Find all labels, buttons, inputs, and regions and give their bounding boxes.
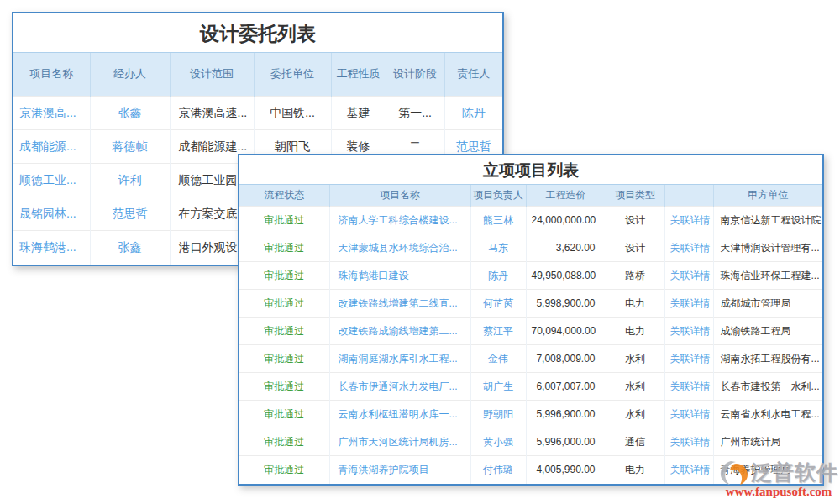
cell-project-name[interactable]: 云南水利枢纽潜明水库一...: [329, 401, 470, 428]
column-header-process-status: 流程状态: [239, 185, 329, 207]
column-header-design-stage: 设计阶段: [386, 53, 444, 97]
cell-party-a-unit: 珠海信业环保工程建...: [713, 262, 822, 290]
column-header-detail-link: [664, 185, 713, 207]
cell-project-leader[interactable]: 黄小强: [470, 428, 526, 456]
cell-project-leader[interactable]: 胡广生: [470, 373, 526, 401]
cell-project-cost: 6,007,007.00: [526, 373, 606, 401]
cell-project-type: 设计: [606, 207, 664, 234]
cell-process-status[interactable]: 审批通过: [239, 456, 329, 484]
cell-project-name[interactable]: 改建铁路成渝线增建第二...: [329, 318, 470, 345]
cell-project-leader[interactable]: 何芷茵: [470, 290, 526, 318]
cell-process-status[interactable]: 审批通过: [239, 428, 329, 456]
project-window-title: 立项项目列表: [239, 155, 822, 184]
cell-project-cost: 7,008,009.00: [526, 345, 606, 373]
column-header-project-type: 项目类型: [606, 185, 664, 207]
table-row: 审批通过珠海鹤港口建设陈丹49,950,088.00路桥关联详情珠海信业环保工程…: [239, 262, 822, 290]
cell-project-cost: 5,996,000.00: [526, 428, 606, 456]
column-header-handler: 经办人: [90, 53, 170, 97]
cell-handler[interactable]: 张鑫: [90, 231, 170, 265]
table-row: 审批通过广州市天河区统计局机房...黄小强5,996,000.00通信关联详情广…: [239, 428, 822, 456]
cell-process-status[interactable]: 审批通过: [239, 373, 329, 401]
cell-responsible-person[interactable]: 陈丹: [444, 97, 502, 130]
cell-design-stage: 第一...: [386, 97, 444, 130]
cell-party-a-unit: 天津博润设计管理有...: [713, 234, 822, 262]
cell-handler[interactable]: 张鑫: [90, 97, 170, 130]
cell-project-name[interactable]: 青海洪湖养护院项目: [329, 456, 470, 484]
column-header-project-cost: 工程造价: [526, 185, 606, 207]
cell-detail-link[interactable]: 关联详情: [664, 373, 713, 401]
cell-project-name[interactable]: 成都能源...: [13, 130, 90, 164]
project-initiation-table: 流程状态项目名称项目负责人工程造价项目类型甲方单位 审批通过济南大学工科综合楼建…: [239, 184, 822, 484]
cell-project-name[interactable]: 珠海鹤港口建设: [329, 262, 470, 290]
cell-process-status[interactable]: 审批通过: [239, 345, 329, 373]
cell-detail-link[interactable]: 关联详情: [664, 456, 713, 484]
cell-handler[interactable]: 许利: [90, 164, 170, 197]
cell-detail-link[interactable]: 关联详情: [664, 262, 713, 290]
cell-project-cost: 3,620.00: [526, 234, 606, 262]
cell-project-name[interactable]: 湖南洞庭湖水库引水工程...: [329, 345, 470, 373]
column-header-client-unit: 委托单位: [254, 53, 331, 97]
cell-project-leader[interactable]: 马东: [470, 234, 526, 262]
cell-project-type: 水利: [606, 401, 664, 428]
cell-project-type: 水利: [606, 373, 664, 401]
cell-project-name[interactable]: 珠海鹤港...: [13, 231, 90, 265]
cell-project-leader[interactable]: 付伟璐: [470, 456, 526, 484]
cell-project-type: 路桥: [606, 262, 664, 290]
cell-handler[interactable]: 蒋德帧: [90, 130, 170, 164]
cell-project-leader[interactable]: 陈丹: [470, 262, 526, 290]
cell-party-a-unit: 云南省水利水电工程...: [713, 401, 822, 428]
fanpu-logo-icon: [719, 460, 749, 486]
cell-project-type: 通信: [606, 428, 664, 456]
cell-project-name[interactable]: 晟铭园林...: [13, 197, 90, 231]
cell-detail-link[interactable]: 关联详情: [664, 234, 713, 262]
cell-detail-link[interactable]: 关联详情: [664, 318, 713, 345]
cell-detail-link[interactable]: 关联详情: [664, 401, 713, 428]
cell-project-name[interactable]: 济南大学工科综合楼建设...: [329, 207, 470, 234]
table-row: 审批通过改建铁路线增建第二线直...何芷茵5,998,900.00电力关联详情成…: [239, 290, 822, 318]
cell-detail-link[interactable]: 关联详情: [664, 428, 713, 456]
design-table-header-row: 项目名称经办人设计范围委托单位工程性质设计阶段责任人: [13, 53, 502, 97]
cell-project-type: 设计: [606, 234, 664, 262]
cell-project-name[interactable]: 广州市天河区统计局机房...: [329, 428, 470, 456]
cell-project-nature: 基建: [331, 97, 386, 130]
cell-project-leader[interactable]: 金伟: [470, 345, 526, 373]
cell-project-leader[interactable]: 蔡江平: [470, 318, 526, 345]
cell-project-cost: 70,094,000.00: [526, 318, 606, 345]
column-header-party-a-unit: 甲方单位: [713, 185, 822, 207]
cell-process-status[interactable]: 审批通过: [239, 401, 329, 428]
cell-handler[interactable]: 范思哲: [90, 197, 170, 231]
column-header-project-nature: 工程性质: [331, 53, 386, 97]
column-header-responsible-person: 责任人: [444, 53, 502, 97]
table-row: 审批通过济南大学工科综合楼建设...熊三林24,000,000.00设计关联详情…: [239, 207, 822, 234]
table-row: 审批通过长春市伊通河水力发电厂...胡广生6,007,007.00水利关联详情长…: [239, 373, 822, 401]
cell-process-status[interactable]: 审批通过: [239, 318, 329, 345]
cell-client-unit: 中国铁...: [254, 97, 331, 130]
column-header-project-name: 项目名称: [329, 185, 470, 207]
cell-detail-link[interactable]: 关联详情: [664, 345, 713, 373]
cell-project-type: 电力: [606, 290, 664, 318]
project-initiation-list-window: 立项项目列表 流程状态项目名称项目负责人工程造价项目类型甲方单位 审批通过济南大…: [238, 154, 824, 486]
cell-detail-link[interactable]: 关联详情: [664, 290, 713, 318]
cell-project-name[interactable]: 顺德工业...: [13, 164, 90, 197]
cell-project-name[interactable]: 长春市伊通河水力发电厂...: [329, 373, 470, 401]
cell-party-a-unit: 广州市统计局: [713, 428, 822, 456]
cell-party-a-unit: 长春市建投第一水利...: [713, 373, 822, 401]
cell-project-name[interactable]: 天津蒙城县水环境综合治...: [329, 234, 470, 262]
cell-project-cost: 5,996,900.00: [526, 401, 606, 428]
cell-process-status[interactable]: 审批通过: [239, 234, 329, 262]
cell-process-status[interactable]: 审批通过: [239, 207, 329, 234]
cell-detail-link[interactable]: 关联详情: [664, 207, 713, 234]
table-row: 审批通过湖南洞庭湖水库引水工程...金伟7,008,009.00水利关联详情湖南…: [239, 345, 822, 373]
cell-process-status[interactable]: 审批通过: [239, 290, 329, 318]
cell-project-leader[interactable]: 熊三林: [470, 207, 526, 234]
fanpu-watermark: 泛普软件 www.fanpusoft.com: [719, 459, 838, 499]
cell-process-status[interactable]: 审批通过: [239, 262, 329, 290]
column-header-project-leader: 项目负责人: [470, 185, 526, 207]
project-table-header-row: 流程状态项目名称项目负责人工程造价项目类型甲方单位: [239, 185, 822, 207]
cell-project-cost: 49,950,088.00: [526, 262, 606, 290]
table-row: 审批通过云南水利枢纽潜明水库一...野朝阳5,996,900.00水利关联详情云…: [239, 401, 822, 428]
cell-project-name[interactable]: 京港澳高...: [13, 97, 90, 130]
cell-project-name[interactable]: 改建铁路线增建第二线直...: [329, 290, 470, 318]
cell-project-leader[interactable]: 野朝阳: [470, 401, 526, 428]
column-header-design-scope: 设计范围: [170, 53, 254, 97]
